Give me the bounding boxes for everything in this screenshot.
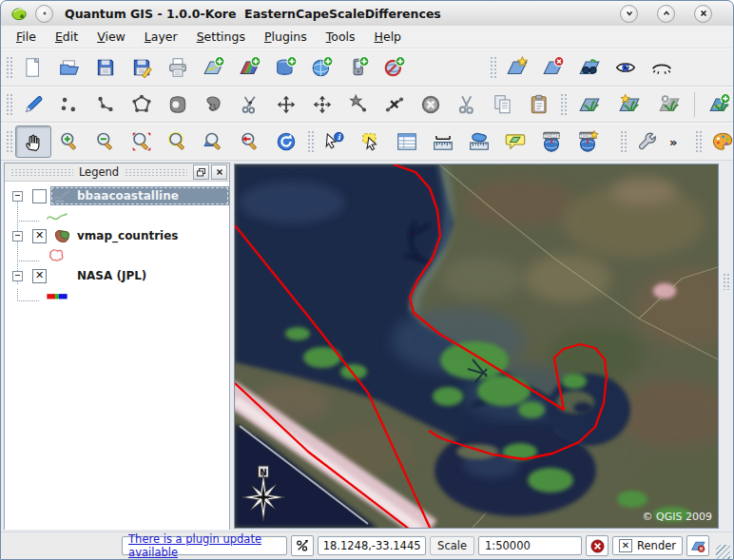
- toggle-editing-button[interactable]: [15, 88, 51, 121]
- title-bar[interactable]: Quantum GIS - 1.0.0-Kore EasternCapeScal…: [1, 1, 733, 27]
- legend-layer-nasa-jpl[interactable]: ✕NASA (JPL): [5, 265, 229, 286]
- layer-select-area[interactable]: bbaacoastalline: [50, 186, 229, 205]
- menu-file[interactable]: File: [7, 27, 46, 47]
- zoom-full-button[interactable]: [124, 126, 160, 158]
- layer-select-area[interactable]: NASA (JPL): [50, 266, 229, 285]
- menu-layer[interactable]: Layer: [135, 27, 187, 47]
- identify-button[interactable]: i: [317, 126, 353, 158]
- measure-line-button[interactable]: [425, 126, 461, 158]
- menu-help[interactable]: Help: [365, 27, 412, 47]
- add-postgis-layer-button[interactable]: [268, 51, 304, 84]
- add-raster-layer-button[interactable]: [232, 51, 268, 84]
- zoom-layer-button[interactable]: [196, 126, 232, 158]
- plugin-update-link[interactable]: There is a plugin update available: [122, 536, 287, 555]
- add-wfs-layer-button[interactable]: [377, 51, 413, 84]
- new-vector-layer-button[interactable]: [499, 51, 535, 84]
- pan-button[interactable]: [15, 126, 51, 158]
- menu-plugins[interactable]: Plugins: [255, 27, 317, 47]
- new-project-button[interactable]: [15, 51, 51, 84]
- menu-settings[interactable]: Settings: [187, 27, 255, 47]
- legend-layer-vmap-countries[interactable]: ✕vmap_countries: [5, 225, 229, 246]
- zoom-selection-button[interactable]: [160, 126, 196, 158]
- remove-layer-button[interactable]: [535, 51, 571, 84]
- menu-view[interactable]: View: [87, 27, 135, 47]
- minimize-button[interactable]: [620, 5, 638, 23]
- scale-input[interactable]: 1:50000: [478, 536, 582, 555]
- expander-icon[interactable]: [12, 191, 23, 202]
- legend-header[interactable]: Legend: [5, 164, 229, 182]
- zoom-out-button[interactable]: [87, 126, 124, 158]
- palette-button[interactable]: [705, 126, 734, 158]
- float-panel-button[interactable]: [193, 164, 209, 180]
- move-feature-button[interactable]: [268, 88, 304, 121]
- layer-label[interactable]: bbaacoastalline: [75, 189, 179, 203]
- expander-icon[interactable]: [12, 231, 23, 241]
- expander-icon[interactable]: [12, 271, 23, 281]
- refresh-button[interactable]: [268, 126, 304, 158]
- legend-layer-bbaacoastalline[interactable]: bbaacoastalline: [5, 185, 229, 206]
- render-toggle[interactable]: ✕ Render: [612, 536, 683, 555]
- open-project-button[interactable]: [51, 51, 87, 84]
- layer-label[interactable]: vmap_countries: [75, 229, 179, 242]
- grass-new-mapset-button[interactable]: [609, 88, 649, 121]
- map-canvas[interactable]: N © QGIS 2009: [234, 164, 719, 529]
- new-bookmark-button[interactable]: HOME: [533, 126, 570, 158]
- wrench-button[interactable]: [629, 126, 666, 158]
- add-ring-button[interactable]: [160, 88, 196, 121]
- show-bookmarks-button[interactable]: HOME: [570, 126, 606, 158]
- layer-properties-button[interactable]: [571, 51, 608, 84]
- grass-open-mapset-button[interactable]: [570, 88, 609, 121]
- close-button[interactable]: [694, 5, 712, 23]
- capture-line-button[interactable]: [87, 88, 124, 121]
- show-all-layers-button[interactable]: [608, 51, 644, 84]
- zoom-last-button[interactable]: [232, 126, 268, 158]
- create-gpx-layer-button[interactable]: [340, 51, 377, 84]
- toolbar-grip[interactable]: [6, 56, 12, 79]
- map-tips-button[interactable]: [497, 126, 533, 158]
- capture-polygon-button[interactable]: [124, 88, 160, 121]
- attribute-table-button[interactable]: [389, 126, 425, 158]
- measure-area-button[interactable]: [461, 126, 497, 158]
- menu-edit[interactable]: Edit: [46, 27, 87, 47]
- toolbar-handle-grip[interactable]: [723, 273, 730, 290]
- window-menu-button[interactable]: [35, 5, 53, 23]
- close-panel-button[interactable]: [211, 164, 227, 180]
- move-vertex-button[interactable]: [304, 88, 340, 121]
- window-resize-grip[interactable]: [716, 545, 730, 559]
- projection-button[interactable]: [686, 535, 709, 556]
- save-project-button[interactable]: [87, 51, 124, 84]
- hide-all-layers-button[interactable]: [644, 51, 680, 84]
- stop-render-button[interactable]: [586, 535, 608, 556]
- layer-checkbox[interactable]: ✕: [32, 229, 47, 243]
- add-vertex-button[interactable]: [340, 88, 377, 121]
- toolbar-grip[interactable]: [6, 130, 12, 153]
- zoom-in-button[interactable]: [51, 126, 87, 158]
- add-wms-layer-button[interactable]: [304, 51, 340, 84]
- toolbar-grip[interactable]: [6, 93, 12, 116]
- maximize-button[interactable]: [657, 5, 675, 23]
- save-project-as-button[interactable]: [124, 51, 160, 84]
- add-vector-layer-button[interactable]: [196, 51, 232, 84]
- delete-vertex-button[interactable]: [377, 88, 413, 121]
- grass-close-mapset-button[interactable]: [649, 88, 689, 121]
- add-island-button[interactable]: [196, 88, 232, 121]
- print-composer-button[interactable]: [160, 51, 196, 84]
- extents-toggle-button[interactable]: [291, 535, 314, 556]
- paste-features-button[interactable]: [521, 88, 557, 121]
- select-features-button[interactable]: [353, 126, 389, 158]
- capture-point-button[interactable]: [51, 88, 87, 121]
- toolbar-overflow-button[interactable]: »: [666, 135, 681, 149]
- grass-tools-button[interactable]: [700, 88, 734, 121]
- toolbar-grip[interactable]: [620, 130, 627, 153]
- layer-select-area[interactable]: vmap_countries: [50, 226, 229, 245]
- delete-selected-button[interactable]: [413, 88, 449, 121]
- menu-tools[interactable]: Tools: [317, 27, 365, 47]
- dock-grip[interactable]: [125, 168, 187, 177]
- toolbar-grip[interactable]: [560, 93, 567, 116]
- toolbar-grip[interactable]: [490, 56, 496, 79]
- copy-features-button[interactable]: [485, 88, 521, 121]
- layer-label[interactable]: NASA (JPL): [75, 269, 146, 282]
- layer-checkbox[interactable]: ✕: [32, 269, 47, 283]
- cut-features-button[interactable]: [449, 88, 485, 121]
- dock-grip[interactable]: [10, 168, 73, 177]
